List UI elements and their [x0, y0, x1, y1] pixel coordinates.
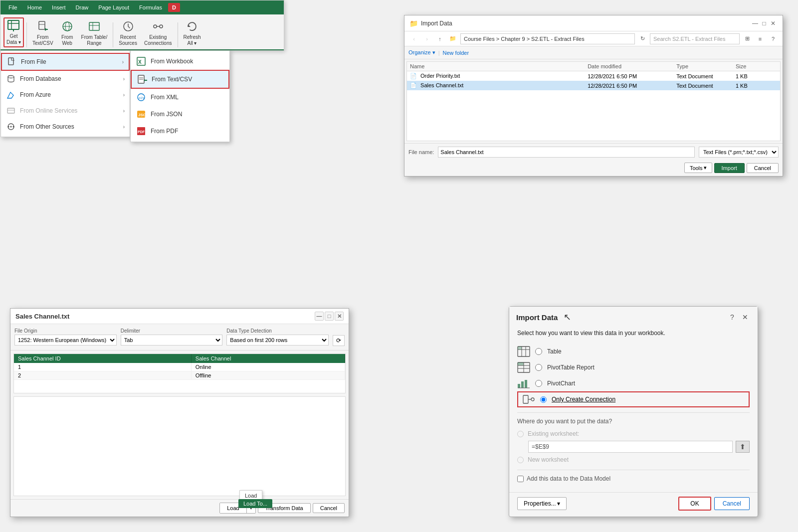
- import-data-footer: Properties... ▾ OK Cancel: [509, 492, 758, 517]
- from-text-csv-button[interactable]: FromText/CSV: [29, 17, 56, 47]
- get-data-icon: [6, 19, 20, 32]
- tab-draw[interactable]: Draw: [72, 3, 93, 12]
- refresh-all-button[interactable]: RefreshAll ▾: [181, 17, 204, 47]
- import-data-question: Select how you want to view this data in…: [517, 330, 750, 337]
- import-button[interactable]: Import: [714, 163, 745, 173]
- import-data-help[interactable]: ?: [727, 312, 738, 323]
- load-to-highlight[interactable]: Load To...: [238, 499, 272, 508]
- detection-select[interactable]: Based on first 200 rows: [226, 335, 329, 346]
- new-worksheet-option[interactable]: New worksheet: [517, 455, 750, 465]
- only-connection-radio[interactable]: [540, 396, 547, 403]
- existing-worksheet-radio[interactable]: [517, 431, 524, 437]
- ok-button[interactable]: OK: [678, 497, 711, 511]
- import-file-minimize[interactable]: —: [751, 19, 760, 28]
- pivot-table-radio[interactable]: [535, 364, 542, 371]
- from-azure-icon: [6, 90, 16, 100]
- import-cancel-button[interactable]: Cancel: [747, 163, 779, 173]
- breadcrumb[interactable]: Course Files > Chapter 9 > S2.ETL - Extr…: [460, 33, 635, 44]
- preview-minimize[interactable]: —: [315, 312, 324, 321]
- nav-forward[interactable]: ›: [421, 33, 432, 44]
- table-radio[interactable]: [535, 348, 542, 355]
- tab-page-layout[interactable]: Page Layout: [94, 3, 133, 12]
- file-type-order: Text Document: [676, 73, 736, 79]
- option-pivot-table[interactable]: PivotTable Report: [517, 359, 750, 375]
- import-data-close[interactable]: ✕: [740, 312, 751, 323]
- search-box[interactable]: Search S2.ETL - Extract Files: [650, 33, 740, 44]
- submenu-from-xml[interactable]: </> From XML: [131, 89, 229, 106]
- view-options[interactable]: ⊞: [742, 33, 753, 44]
- existing-worksheet-label: Existing worksheet:: [528, 430, 579, 437]
- from-web-button[interactable]: FromWeb: [57, 17, 77, 47]
- svg-point-16: [154, 25, 157, 28]
- preview-cancel-btn[interactable]: Cancel: [313, 503, 345, 513]
- import-file-close[interactable]: ✕: [769, 19, 778, 28]
- add-to-model-checkbox[interactable]: [517, 476, 524, 482]
- recent-sources-button[interactable]: RecentSources: [116, 17, 140, 47]
- dropdown-from-other-sources[interactable]: From Other Sources ›: [1, 119, 130, 135]
- dropdown-from-database[interactable]: From Database ›: [1, 71, 130, 87]
- search-placeholder: Search S2.ETL - Extract Files: [653, 36, 725, 42]
- file-row-order-priority[interactable]: 📄 Order Priority.txt 12/28/2021 6:50 PM …: [407, 71, 780, 81]
- existing-connections-button[interactable]: ExistingConnections: [141, 17, 175, 47]
- table-row-2: 2 Offline: [14, 371, 345, 380]
- file-name-sales: 📄 Sales Channel.txt: [410, 82, 588, 89]
- pivot-chart-radio[interactable]: [535, 380, 542, 387]
- svg-point-26: [10, 126, 12, 128]
- tab-insert[interactable]: Insert: [48, 3, 70, 12]
- from-database-icon: [6, 74, 16, 84]
- file-type-select[interactable]: Text Files (*.prn;*.txt;*.csv): [699, 147, 779, 158]
- from-online-chevron: ›: [123, 108, 125, 114]
- import-file-title-icon: 📁: [409, 19, 418, 27]
- nav-up[interactable]: ↑: [434, 33, 445, 44]
- cancel-button[interactable]: Cancel: [714, 497, 750, 510]
- view-details[interactable]: ≡: [755, 33, 766, 44]
- get-data-button[interactable]: GetData ▾: [3, 17, 24, 47]
- from-workbook-icon: X: [136, 56, 147, 67]
- delimiter-select[interactable]: Tab: [121, 335, 223, 346]
- from-table-range-button[interactable]: From Table/Range: [78, 17, 111, 47]
- help-btn[interactable]: ?: [768, 33, 779, 44]
- submenu-from-workbook[interactable]: X From Workbook: [131, 53, 229, 70]
- preview-icon-btn[interactable]: ⟳: [333, 335, 345, 346]
- file-name-input[interactable]: [438, 147, 695, 158]
- from-json-label: From JSON: [151, 111, 182, 118]
- new-folder-btn[interactable]: New folder: [443, 50, 469, 56]
- import-file-maximize[interactable]: □: [760, 19, 769, 28]
- option-table[interactable]: Table: [517, 344, 750, 359]
- new-worksheet-radio[interactable]: [517, 457, 524, 463]
- dropdown-menu: From File › From Database ›: [0, 50, 130, 137]
- preview-icon-btn-group: ⟳: [333, 328, 345, 346]
- cell-reference-button[interactable]: ⬆: [736, 441, 750, 453]
- pivot-table-label: PivotTable Report: [547, 364, 595, 371]
- svg-point-27: [8, 126, 9, 128]
- submenu-from-json[interactable]: JSON From JSON: [131, 106, 229, 123]
- cell-reference-input[interactable]: [528, 441, 733, 453]
- option-pivot-chart[interactable]: PivotChart: [517, 375, 750, 391]
- file-origin-select[interactable]: 1252: Western European (Windows): [14, 335, 117, 346]
- preview-maximize[interactable]: □: [325, 312, 334, 321]
- dropdown-from-azure[interactable]: From Azure ›: [1, 87, 130, 103]
- tab-formulas[interactable]: Formulas: [135, 3, 166, 12]
- submenu-from-text-csv[interactable]: From Text/CSV: [131, 70, 229, 89]
- submenu-from-pdf[interactable]: PDF From PDF: [131, 123, 229, 140]
- tools-button[interactable]: Tools ▾: [684, 163, 712, 173]
- file-row-sales-channel[interactable]: 📄 Sales Channel.txt 12/28/2021 6:50 PM T…: [407, 81, 780, 90]
- options-separator: [517, 412, 750, 413]
- dropdown-from-online-services[interactable]: From Online Services ›: [1, 103, 130, 119]
- submenu-from-file: X From Workbook From Text/CSV: [130, 50, 230, 142]
- tools-label: Tools: [690, 165, 703, 171]
- from-file-icon: [7, 57, 17, 67]
- properties-label: Properties...: [524, 500, 556, 507]
- nav-back[interactable]: ‹: [408, 33, 419, 44]
- option-only-connection-highlighted[interactable]: Only Create Connection: [517, 391, 750, 407]
- tab-home[interactable]: Home: [23, 3, 46, 12]
- tab-file[interactable]: File: [4, 3, 21, 12]
- properties-button[interactable]: Properties... ▾: [517, 497, 567, 510]
- tab-data[interactable]: D: [168, 3, 180, 12]
- dropdown-from-file[interactable]: From File ›: [1, 53, 130, 71]
- preview-close[interactable]: ✕: [335, 312, 344, 321]
- organize-btn[interactable]: Organize ▾: [408, 49, 435, 56]
- existing-worksheet-option[interactable]: Existing worksheet:: [517, 429, 750, 439]
- nav-refresh[interactable]: ↻: [637, 33, 648, 44]
- import-file-dialog: 📁 Import Data — □ ✕ ‹ › ↑ 📁 Course Files…: [404, 15, 783, 177]
